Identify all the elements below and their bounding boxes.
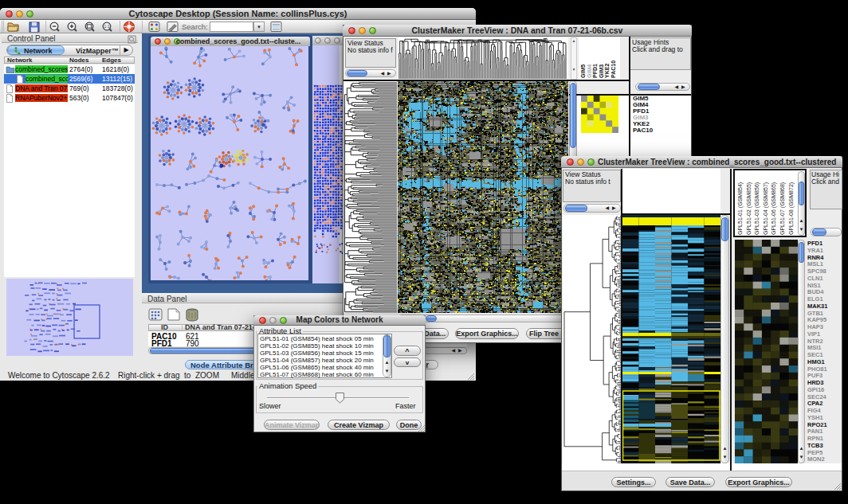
svg-text:GPL51-04 (GSM857): GPL51-04 (GSM857): [763, 182, 769, 235]
svg-text:1:1: 1:1: [104, 24, 110, 29]
svg-text:YKE2: YKE2: [604, 64, 610, 78]
svg-text:GPL51-03 (GSM856): GPL51-03 (GSM856): [754, 182, 760, 235]
svg-text:GIM4: GIM4: [587, 64, 592, 78]
svg-text:PAC10: PAC10: [610, 61, 616, 78]
svg-text:GPL51-01 (GSM854): GPL51-01 (GSM854): [737, 182, 744, 235]
svg-text:GPL51-02 (GSM855): GPL51-02 (GSM855): [746, 182, 752, 235]
svg-text:GIM3: GIM3: [599, 64, 604, 78]
svg-text:GPL51-06 (GSM865): GPL51-06 (GSM865): [771, 182, 777, 235]
svg-text:GIM5: GIM5: [580, 64, 586, 78]
svg-text:GPL51-08 (GSM872): GPL51-08 (GSM872): [788, 182, 795, 235]
svg-text:Search:: Search:: [182, 22, 208, 31]
svg-text:PFD1: PFD1: [592, 64, 598, 78]
svg-text:GPL51-07 (GSM868): GPL51-07 (GSM868): [779, 182, 786, 235]
